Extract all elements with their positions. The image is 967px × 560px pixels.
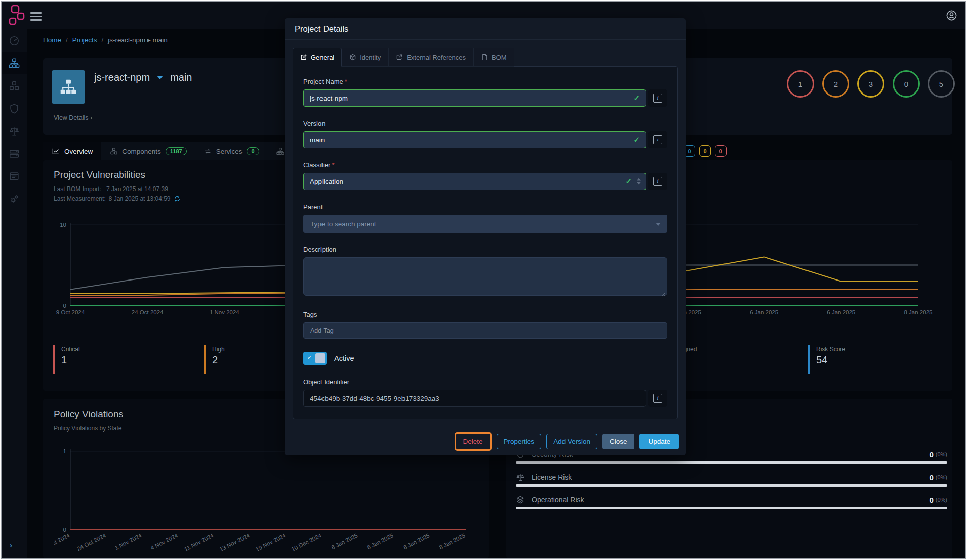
svg-text:8 Jan 2025: 8 Jan 2025	[438, 532, 466, 551]
tab-components[interactable]: Components 1187	[101, 142, 195, 160]
modal-tab-bom[interactable]: BOM	[473, 48, 514, 67]
object-identifier-input[interactable]	[303, 390, 646, 407]
object-identifier-info-button[interactable]: i	[648, 390, 667, 407]
properties-button[interactable]: Properties	[497, 434, 542, 449]
breadcrumb-home-link[interactable]: Home	[43, 36, 61, 44]
modal-body: General Identity External References	[285, 40, 686, 426]
sidebar-expand-chevron[interactable]: ›	[10, 541, 12, 549]
parent-search-input[interactable]	[303, 215, 667, 233]
svg-text:1 Nov 2024: 1 Nov 2024	[210, 309, 239, 315]
classifier-label: Classifier*	[303, 161, 667, 169]
version-label: Version	[303, 120, 667, 127]
svg-text:1 Nov 2024: 1 Nov 2024	[114, 532, 143, 551]
modal-tab-general[interactable]: General	[293, 48, 342, 67]
add-version-button[interactable]: Add Version	[546, 434, 597, 449]
sidebar-item-dashboard[interactable]	[2, 29, 27, 52]
project-name-input[interactable]	[303, 89, 646, 107]
security-risk-bar	[516, 461, 947, 464]
svg-text:10 Dec 2024: 10 Dec 2024	[291, 532, 323, 553]
policy-violations-line-chart: 019 Oct 202424 Oct 20241 Nov 20244 Nov 2…	[54, 441, 478, 557]
action-highlight-box: Delete	[455, 432, 492, 451]
valid-check-icon: ✓	[633, 135, 640, 144]
tab-services[interactable]: Services 0	[195, 142, 268, 160]
modal-tab-identity[interactable]: Identity	[342, 48, 388, 67]
breadcrumb-separator: /	[66, 36, 68, 44]
sidebar-item-vulnerabilities[interactable]	[2, 97, 27, 120]
info-icon: i	[653, 394, 662, 403]
project-type-icon	[52, 70, 85, 104]
scales-icon	[9, 126, 20, 137]
svg-text:4 Nov 2024: 4 Nov 2024	[149, 532, 179, 551]
delete-button[interactable]: Delete	[456, 434, 490, 449]
dashboard-icon	[9, 35, 20, 46]
classifier-info-button[interactable]: i	[648, 173, 667, 190]
active-label: Active	[334, 354, 354, 362]
high-count-ring: 2	[822, 70, 849, 98]
operational-risk-row: Operational Risk 0 (0%)	[516, 492, 947, 507]
stat-card-high: High 2	[204, 345, 225, 374]
severity-summary-rings: 1 2 3 0 5	[787, 70, 955, 98]
sidebar-item-components[interactable]	[2, 74, 27, 97]
sidebar-item-projects[interactable]	[2, 52, 27, 74]
info-icon: i	[653, 177, 662, 186]
version-switcher-caret-icon[interactable]	[157, 76, 163, 79]
project-name-label: Project Name*	[303, 78, 667, 85]
breadcrumb: Home / Projects / js-react-npm ▸ main	[43, 36, 168, 44]
stat-card-critical: Critical 1	[53, 345, 80, 374]
object-identifier-label: Object Identifier	[303, 378, 667, 386]
menu-toggle-icon[interactable]	[30, 12, 42, 21]
close-button[interactable]: Close	[602, 434, 635, 449]
breadcrumb-current: js-react-npm ▸ main	[108, 36, 168, 44]
breadcrumb-separator: /	[102, 36, 104, 44]
svg-text:24 Oct 2024: 24 Oct 2024	[76, 532, 107, 552]
sitemap-icon	[276, 147, 284, 155]
version-info-button[interactable]: i	[648, 131, 667, 148]
valid-check-icon: ✓	[633, 94, 640, 103]
file-document-icon	[481, 54, 488, 61]
svg-text:6 Jan 2025: 6 Jan 2025	[366, 532, 394, 551]
critical-count-ring: 1	[787, 70, 814, 98]
modal-title: Project Details	[285, 18, 686, 40]
modal-footer: Delete Properties Add Version Close Upda…	[285, 427, 686, 455]
breadcrumb-projects-link[interactable]: Projects	[72, 36, 97, 44]
app-screen: › Home / Projects / js-react-npm ▸ main …	[1, 1, 966, 559]
add-tag-input[interactable]	[303, 322, 667, 339]
list-table-icon	[9, 171, 20, 182]
description-textarea[interactable]	[303, 257, 667, 296]
last-bom-import-line: Last BOM Import: 7 Jan 2025 at 14:07:39	[54, 185, 168, 193]
sidebar-item-administration[interactable]	[2, 188, 27, 210]
medium-count-ring: 3	[857, 70, 884, 98]
operational-risk-bar	[516, 507, 947, 509]
dependency-track-logo-icon[interactable]	[8, 5, 26, 26]
project-version-title: main	[170, 72, 192, 83]
sidebar-item-vulnerability-audit[interactable]	[2, 142, 27, 165]
policy-violations-title: Policy Violations	[54, 409, 123, 420]
svg-text:0: 0	[63, 527, 66, 533]
modal-tab-external-references[interactable]: External References	[388, 48, 473, 67]
services-count-badge: 0	[247, 147, 259, 155]
version-input[interactable]	[303, 131, 646, 148]
edit-pencil-icon	[300, 54, 307, 61]
refresh-icon[interactable]	[174, 195, 181, 202]
scales-icon	[516, 473, 525, 482]
tags-label: Tags	[303, 311, 667, 318]
svg-text:6 Jan 2025: 6 Jan 2025	[402, 532, 430, 551]
layers-icon	[516, 495, 525, 504]
tab-overview[interactable]: Overview	[43, 142, 101, 160]
classifier-select[interactable]	[303, 173, 646, 190]
select-stepper-icon	[637, 178, 641, 185]
parent-label: Parent	[303, 203, 667, 211]
dropdown-caret-icon	[656, 223, 661, 226]
server-icon	[9, 148, 20, 159]
view-details-link[interactable]: View Details ›	[54, 114, 92, 121]
info-icon: i	[653, 94, 662, 103]
sidebar-item-policy-management[interactable]	[2, 165, 27, 188]
project-name-info-button[interactable]: i	[648, 89, 667, 107]
active-toggle[interactable]: ✓	[303, 352, 327, 365]
update-button[interactable]: Update	[639, 434, 679, 449]
sidebar-item-licenses[interactable]	[2, 120, 27, 142]
cube-icon	[349, 54, 356, 61]
svg-text:9 Oct 2024: 9 Oct 2024	[56, 309, 85, 315]
user-avatar-icon[interactable]	[946, 10, 957, 21]
project-details-modal: Project Details General Identity	[285, 18, 686, 455]
